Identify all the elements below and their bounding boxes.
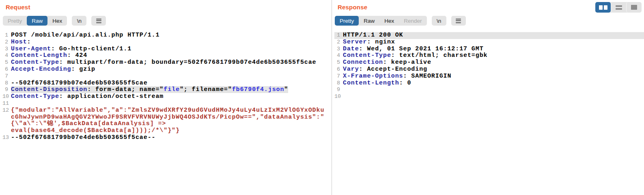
request-line[interactable]: 2Host: bbox=[2, 39, 332, 46]
hamburger-menu-icon bbox=[456, 19, 461, 23]
line-number: 6 bbox=[334, 66, 343, 73]
response-line[interactable]: 5Connection: keep-alive bbox=[334, 59, 644, 66]
layout-rows-button[interactable] bbox=[611, 2, 626, 13]
message-editor-workspace: Request PrettyRawHex \n 1POST /mobile/ap… bbox=[0, 0, 644, 195]
layout-columns-button[interactable] bbox=[595, 2, 611, 13]
response-menu-button[interactable] bbox=[451, 16, 466, 26]
request-tabs: PrettyRawHex bbox=[3, 16, 67, 26]
line-number: 3 bbox=[2, 46, 11, 53]
request-line[interactable]: 13--502f67681799b07e4de6b503655f5cae-- bbox=[2, 134, 332, 141]
response-line[interactable]: 10 bbox=[334, 93, 644, 100]
line-number: 8 bbox=[334, 80, 343, 87]
request-tab-raw[interactable]: Raw bbox=[27, 16, 47, 26]
request-line[interactable]: 6Accept-Encoding: gzip bbox=[2, 66, 332, 73]
response-tab-pretty[interactable]: Pretty bbox=[335, 16, 359, 26]
line-text: POST /mobile/api/api.ali.php HTTP/1.1 bbox=[11, 32, 332, 39]
line-text: Accept-Encoding: gzip bbox=[11, 66, 332, 73]
line-number: 1 bbox=[334, 32, 343, 39]
layout-toggle-group bbox=[595, 2, 642, 13]
selected-text-highlight: Content-Disposition: form-data; name="fi… bbox=[11, 86, 288, 93]
line-number: 9 bbox=[2, 87, 11, 93]
line-text: Content-Type: text/html; charset=gbk bbox=[343, 52, 644, 59]
request-editor[interactable]: 1POST /mobile/api/api.ali.php HTTP/1.12H… bbox=[0, 32, 332, 141]
line-number: 9 bbox=[334, 87, 343, 93]
line-number: 10 bbox=[334, 93, 343, 100]
response-linebreak-button[interactable]: \n bbox=[432, 16, 446, 26]
line-text: Connection: keep-alive bbox=[343, 59, 644, 66]
request-line[interactable]: 1POST /mobile/api/api.ali.php HTTP/1.1 bbox=[2, 32, 332, 39]
line-number: 8 bbox=[2, 80, 11, 87]
request-line[interactable]: 5Content-Type: multipart/form-data; boun… bbox=[2, 59, 332, 66]
request-line[interactable]: 4Content-Length: 424 bbox=[2, 52, 332, 59]
response-line[interactable]: 9 bbox=[334, 87, 644, 93]
line-text: Content-Type: application/octet-stream bbox=[11, 93, 332, 100]
request-menu-button[interactable] bbox=[91, 16, 106, 26]
line-number: 5 bbox=[2, 59, 11, 66]
line-number: 3 bbox=[334, 46, 343, 53]
line-number: 11 bbox=[2, 100, 11, 107]
request-panel: Request PrettyRawHex \n 1POST /mobile/ap… bbox=[0, 0, 332, 195]
response-title: Response bbox=[338, 4, 367, 11]
rows-layout-icon bbox=[616, 5, 622, 10]
line-number: 12 bbox=[2, 107, 11, 134]
line-text: --502f67681799b07e4de6b503655f5cae bbox=[11, 80, 332, 87]
request-tab-pretty[interactable]: Pretty bbox=[3, 16, 27, 26]
line-text: User-Agent: Go-http-client/1.1 bbox=[11, 46, 332, 53]
request-line[interactable]: 8--502f67681799b07e4de6b503655f5cae bbox=[2, 80, 332, 87]
line-text: X-Frame-Options: SAMEORIGIN bbox=[343, 73, 644, 80]
response-tabs: PrettyRawHexRender bbox=[335, 16, 427, 26]
line-number: 4 bbox=[2, 52, 11, 59]
response-line[interactable]: 4Content-Type: text/html; charset=gbk bbox=[334, 52, 644, 59]
line-number: 6 bbox=[2, 66, 11, 73]
response-tab-render[interactable]: Render bbox=[399, 16, 426, 26]
request-line[interactable]: 12{"modular":"AllVariable","a":"ZmlsZV9w… bbox=[2, 107, 332, 134]
line-text: Date: Wed, 01 Sep 2021 16:12:17 GMT bbox=[343, 46, 644, 53]
line-number: 4 bbox=[334, 52, 343, 59]
line-text: Host: bbox=[11, 39, 332, 46]
line-number: 7 bbox=[2, 73, 11, 80]
line-number: 7 bbox=[334, 73, 343, 80]
response-tab-hex[interactable]: Hex bbox=[379, 16, 399, 26]
response-line[interactable]: 7X-Frame-Options: SAMEORIGIN bbox=[334, 73, 644, 80]
request-linebreak-button[interactable]: \n bbox=[72, 16, 86, 26]
line-text: {"modular":"AllVariable","a":"ZmlsZV9wdX… bbox=[11, 107, 332, 134]
line-text: HTTP/1.1 200 OK bbox=[343, 32, 644, 39]
line-text: Content-Type: multipart/form-data; bound… bbox=[11, 59, 332, 66]
line-text bbox=[11, 100, 332, 107]
line-number: 10 bbox=[2, 93, 11, 100]
line-number: 2 bbox=[334, 39, 343, 46]
line-text bbox=[343, 93, 644, 100]
line-number: 1 bbox=[2, 32, 11, 39]
response-line[interactable]: 2Server: nginx bbox=[334, 39, 644, 46]
request-line[interactable]: 3User-Agent: Go-http-client/1.1 bbox=[2, 46, 332, 53]
response-tab-raw[interactable]: Raw bbox=[359, 16, 379, 26]
request-line[interactable]: 10Content-Type: application/octet-stream bbox=[2, 93, 332, 100]
request-tab-hex[interactable]: Hex bbox=[47, 16, 67, 26]
single-layout-icon bbox=[631, 5, 637, 10]
response-line[interactable]: 6Vary: Accept-Encoding bbox=[334, 66, 644, 73]
line-number: 2 bbox=[2, 39, 11, 46]
layout-single-button[interactable] bbox=[626, 2, 642, 13]
request-line[interactable]: 11 bbox=[2, 100, 332, 107]
hamburger-menu-icon bbox=[96, 19, 101, 23]
response-editor[interactable]: 1HTTP/1.1 200 OK2Server: nginx3Date: Wed… bbox=[332, 32, 644, 100]
request-line[interactable]: 7 bbox=[2, 73, 332, 80]
line-text: Content-Length: 424 bbox=[11, 52, 332, 59]
line-number: 5 bbox=[334, 59, 343, 66]
line-text: --502f67681799b07e4de6b503655f5cae-- bbox=[11, 134, 332, 141]
request-line[interactable]: 9Content-Disposition: form-data; name="f… bbox=[2, 87, 332, 93]
line-text: Content-Length: 0 bbox=[343, 80, 644, 87]
request-title: Request bbox=[6, 4, 30, 11]
response-panel: Response PrettyRawHexRender \n 1HTTP/1.1… bbox=[332, 0, 644, 195]
response-line[interactable]: 1HTTP/1.1 200 OK bbox=[334, 32, 644, 39]
line-text: Server: nginx bbox=[343, 39, 644, 46]
response-line[interactable]: 8Content-Length: 0 bbox=[334, 80, 644, 87]
request-toolbar: PrettyRawHex \n bbox=[3, 16, 332, 26]
line-text: Content-Disposition: form-data; name="fi… bbox=[11, 87, 332, 93]
line-text bbox=[11, 73, 332, 80]
line-text bbox=[343, 87, 644, 93]
response-line[interactable]: 3Date: Wed, 01 Sep 2021 16:12:17 GMT bbox=[334, 46, 644, 53]
columns-layout-icon bbox=[599, 5, 607, 10]
response-toolbar: PrettyRawHexRender \n bbox=[335, 16, 644, 26]
request-panel-header: Request bbox=[0, 0, 332, 11]
